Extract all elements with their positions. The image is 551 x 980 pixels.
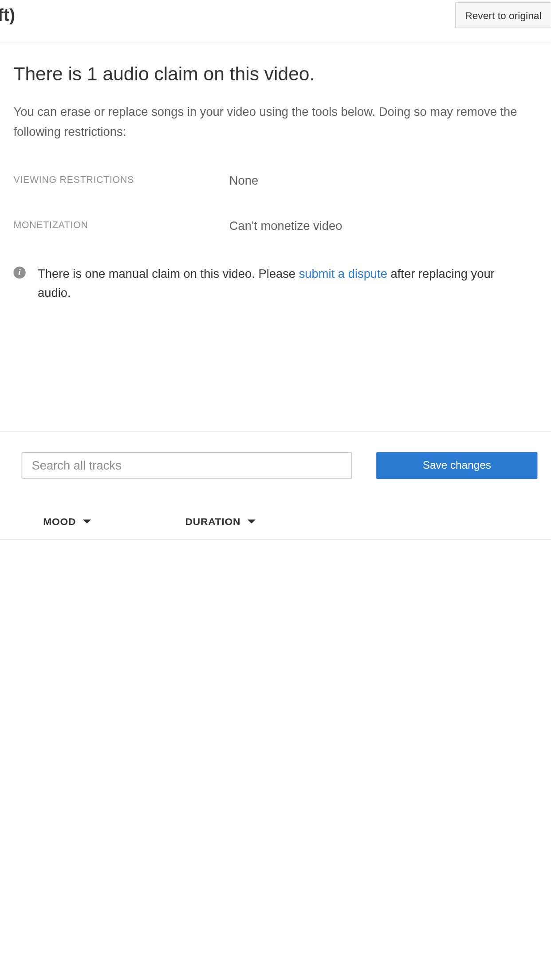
claim-title: There is 1 audio claim on this video. [13,63,537,85]
viewing-restrictions-value: None [229,174,258,188]
filter-row: MOOD DURATION [22,516,538,539]
search-input[interactable] [22,452,352,479]
tracks-divider [0,539,551,540]
chevron-down-icon [83,519,91,523]
revert-button[interactable]: Revert to original [455,2,551,28]
info-text: There is one manual claim on this video.… [38,264,529,303]
page-title-fragment: eft) [0,5,15,26]
info-note: i There is one manual claim on this vide… [13,264,537,303]
submit-dispute-link[interactable]: submit a dispute [299,267,387,280]
monetization-label: MONETIZATION [13,219,229,233]
monetization-value: Can't monetize video [229,219,342,233]
duration-filter-label: DURATION [185,516,241,527]
viewing-restrictions-row: VIEWING RESTRICTIONS None [13,174,537,188]
monetization-row: MONETIZATION Can't monetize video [13,219,537,233]
info-prefix: There is one manual claim on this video.… [38,267,299,280]
page-header: eft) Revert to original [0,0,551,43]
viewing-restrictions-label: VIEWING RESTRICTIONS [13,174,229,188]
duration-filter[interactable]: DURATION [185,516,256,527]
info-icon: i [13,266,25,278]
claim-description: You can erase or replace songs in your v… [13,103,537,142]
claim-content: There is 1 audio claim on this video. Yo… [0,43,551,303]
mood-filter-label: MOOD [43,516,76,527]
save-button[interactable]: Save changes [376,452,537,479]
tracks-section: Save changes MOOD DURATION [0,431,551,540]
mood-filter[interactable]: MOOD [43,516,91,527]
chevron-down-icon [247,519,255,523]
tracks-toolbar: Save changes [22,452,538,479]
